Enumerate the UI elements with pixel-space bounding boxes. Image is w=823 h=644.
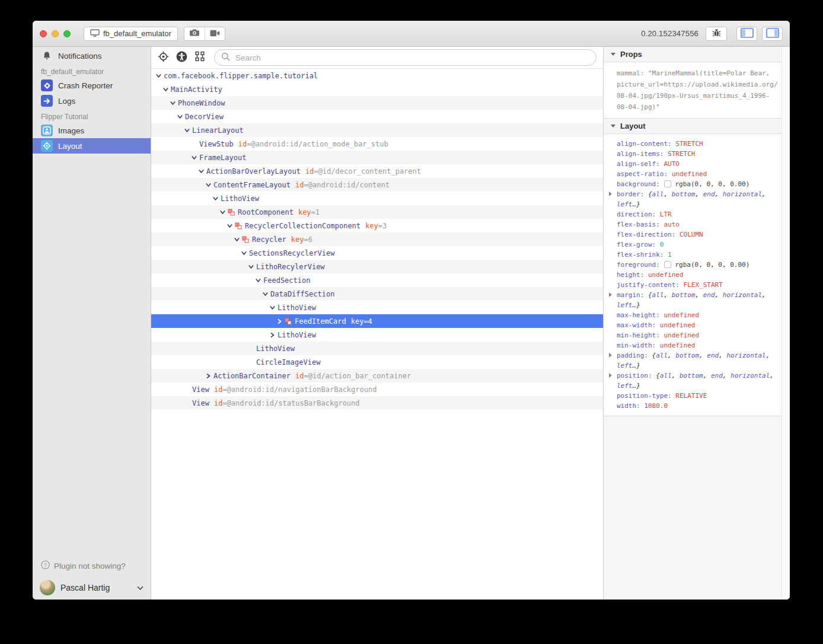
plugin-not-showing-link[interactable]: ? Plugin not showing? — [33, 554, 151, 577]
tree-node-phonewindow[interactable]: PhoneWindow — [151, 96, 603, 110]
tree-node-viewstub[interactable]: ViewStubid=@android:id/action_mode_bar_s… — [151, 137, 603, 151]
sidebar-item-notifications[interactable]: Notifications — [33, 48, 151, 63]
chevron-expanded-icon[interactable] — [170, 100, 178, 106]
tree-node-lithorecylerview[interactable]: LithoRecylerView — [151, 260, 603, 273]
tree-node-actionbaroverlaylayout[interactable]: ActionBarOverlayLayoutid=@id/decor_conte… — [151, 164, 603, 178]
layout-prop-padding[interactable]: padding: {all, bottom, end, horizontal, … — [617, 350, 778, 371]
prop-value[interactable]: RELATIVE — [675, 392, 707, 400]
tree-node-feedsection[interactable]: FeedSection — [151, 273, 603, 287]
color-swatch-checkbox[interactable] — [664, 261, 671, 268]
chevron-expanded-icon[interactable] — [156, 73, 164, 79]
device-selector-button[interactable]: fb_default_emulator — [84, 27, 178, 41]
prop-value[interactable]: STRETCH — [668, 150, 695, 158]
tree-node-mainactivity[interactable]: MainActivity — [151, 82, 603, 96]
tree-node-lithoview[interactable]: LithoView — [151, 328, 603, 342]
tree-node-contentframelayout[interactable]: ContentFrameLayoutid=@android:id/content — [151, 178, 603, 192]
layout-prop-border[interactable]: border: {all, bottom, end, horizontal, l… — [617, 189, 778, 209]
chevron-expanded-icon[interactable] — [270, 305, 277, 311]
prop-value[interactable]: undefined — [663, 331, 699, 339]
tree-mode-button[interactable] — [193, 51, 206, 64]
prop-value[interactable]: rgba(0, 0, 0, 0.00) — [675, 180, 749, 188]
prop-value[interactable]: STRETCH — [675, 140, 703, 148]
prop-text-line[interactable]: 08-04.jpg/190px-Ursus_maritimus_4_1996- — [617, 90, 778, 101]
chevron-expanded-icon[interactable] — [199, 168, 206, 174]
prop-value[interactable]: undefined — [660, 321, 696, 329]
zoom-window-button[interactable] — [63, 30, 71, 37]
tree-node-feeditemcard[interactable]: FeedItemCardkey=4 — [151, 314, 603, 328]
tree-node-lithoview[interactable]: LithoView — [151, 342, 603, 355]
prop-value[interactable]: FLEX_START — [684, 281, 723, 289]
tree-node-actionbarcontainer[interactable]: ActionBarContainerid=@id/action_bar_cont… — [151, 369, 603, 382]
tree-node-circleimageview[interactable]: CircleImageView — [151, 355, 603, 369]
report-bug-button[interactable] — [706, 27, 727, 41]
chevron-collapsed-icon[interactable] — [270, 332, 277, 338]
tree-node-decorview[interactable]: DecorView — [151, 110, 603, 123]
search-input[interactable] — [234, 53, 589, 63]
tree-node-com-facebook-flipper-sample-tutorial[interactable]: com.facebook.flipper.sample.tutorial — [151, 69, 603, 82]
chevron-expanded-icon[interactable] — [177, 114, 185, 120]
tree-node-recyclercollectioncomponent[interactable]: RecyclerCollectionComponentkey=3 — [151, 219, 603, 232]
props-section-header[interactable]: Props — [604, 47, 781, 62]
expand-arrow-icon[interactable] — [609, 292, 612, 297]
chevron-expanded-icon[interactable] — [263, 291, 270, 297]
tree-node-recycler[interactable]: Recyclerkey=6 — [151, 232, 603, 246]
minimize-window-button[interactable] — [52, 30, 59, 37]
user-menu[interactable]: Pascal Hartig — [33, 577, 151, 598]
chevron-expanded-icon[interactable] — [241, 250, 249, 256]
sidebar-item-logs[interactable]: Logs — [33, 93, 151, 109]
accessibility-mode-button[interactable] — [175, 51, 188, 64]
chevron-expanded-icon[interactable] — [213, 196, 221, 202]
chevron-expanded-icon[interactable] — [163, 87, 171, 93]
expand-arrow-icon[interactable] — [609, 373, 612, 378]
prop-text-line[interactable]: mammal: "MarineMammal(title=Polar Bear, — [617, 68, 778, 79]
prop-value[interactable]: 0 — [660, 241, 664, 248]
tree-node-datadiffsection[interactable]: DataDiffSection — [151, 287, 603, 301]
prop-value[interactable]: undefined — [672, 170, 707, 178]
toggle-left-sidebar-button[interactable] — [736, 27, 757, 41]
chevron-expanded-icon[interactable] — [234, 237, 242, 243]
expand-arrow-icon[interactable] — [609, 192, 612, 196]
chevron-expanded-icon[interactable] — [192, 155, 199, 161]
tree-node-view[interactable]: Viewid=@android:id/navigationBarBackgrou… — [151, 382, 603, 396]
screenshot-button[interactable] — [184, 27, 205, 40]
screen-record-button[interactable] — [205, 27, 225, 40]
tree-node-sectionsrecyclerview[interactable]: SectionsRecyclerView — [151, 246, 603, 260]
sidebar-item-crash-reporter[interactable]: Crash Reporter — [33, 78, 151, 93]
prop-value[interactable]: undefined — [663, 311, 699, 319]
chevron-collapsed-icon[interactable] — [206, 373, 213, 379]
prop-value[interactable]: LTR — [660, 211, 672, 218]
prop-value[interactable]: COLUMN — [680, 231, 703, 238]
close-window-button[interactable] — [40, 30, 47, 37]
tree-node-rootcomponent[interactable]: RootComponentkey=1 — [151, 205, 603, 219]
chevron-expanded-icon[interactable] — [248, 264, 256, 270]
prop-value[interactable]: undefined — [660, 342, 696, 349]
prop-value[interactable]: 1080.0 — [644, 402, 668, 410]
prop-value[interactable]: rgba(0, 0, 0, 0.00) — [675, 261, 749, 269]
tree-node-linearlayout[interactable]: LinearLayout — [151, 123, 603, 137]
tree-node-view[interactable]: Viewid=@android:id/statusBarBackground — [151, 396, 603, 410]
layout-prop-margin[interactable]: margin: {all, bottom, end, horizontal, l… — [617, 290, 778, 310]
prop-text-line[interactable]: 08-04.jpg)" — [617, 101, 778, 113]
chevron-expanded-icon[interactable] — [220, 209, 228, 215]
prop-value[interactable]: 1 — [668, 251, 672, 259]
layout-prop-position[interactable]: position: {all, bottom, end, horizontal,… — [617, 371, 778, 391]
chevron-expanded-icon[interactable] — [206, 182, 213, 188]
target-mode-button[interactable] — [157, 51, 170, 64]
prop-value[interactable]: undefined — [648, 271, 684, 279]
sidebar-item-layout[interactable]: Layout — [33, 138, 151, 154]
prop-text-line[interactable]: picture_url=https://upload.wikimedia.org… — [617, 79, 778, 90]
tree-node-lithoview[interactable]: LithoView — [151, 192, 603, 205]
toggle-right-sidebar-button[interactable] — [762, 27, 783, 41]
color-swatch-checkbox[interactable] — [664, 180, 671, 187]
chevron-expanded-icon[interactable] — [227, 223, 235, 229]
inspector-scrollbar-gutter[interactable] — [781, 47, 790, 600]
chevron-expanded-icon[interactable] — [184, 127, 192, 133]
layout-section-header[interactable]: Layout — [604, 119, 781, 134]
tree-node-lithoview[interactable]: LithoView — [151, 301, 603, 314]
chevron-collapsed-icon[interactable] — [277, 318, 285, 324]
prop-value[interactable]: AUTO — [663, 160, 680, 168]
prop-value[interactable]: auto — [663, 221, 680, 228]
sidebar-item-images[interactable]: Images — [33, 123, 151, 138]
tree-node-framelayout[interactable]: FrameLayout — [151, 151, 603, 164]
chevron-expanded-icon[interactable] — [256, 278, 263, 283]
